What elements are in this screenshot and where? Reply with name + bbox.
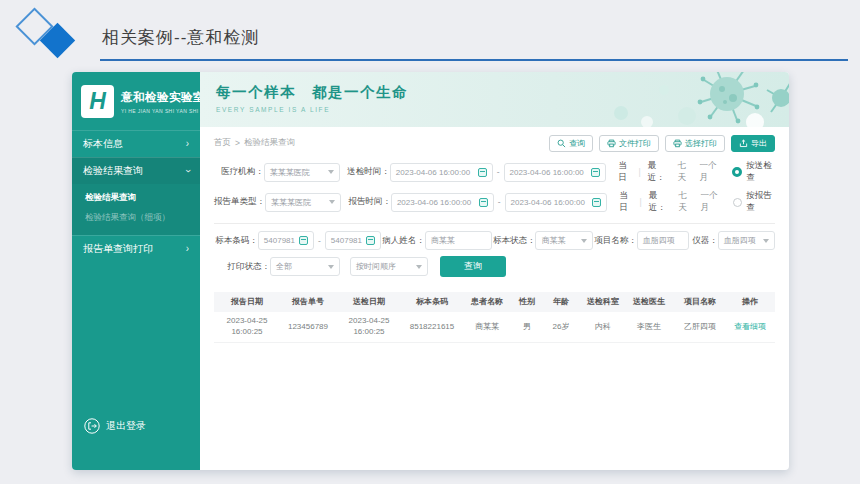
barcode-icon (299, 236, 308, 245)
barcode-to-input[interactable]: 5407981 (325, 231, 381, 250)
org-select-value: 某某某医院 (270, 167, 310, 178)
view-detail-link[interactable]: 查看细项 (728, 320, 772, 335)
report-type-select[interactable]: 某某某医院 (265, 193, 341, 212)
order-select[interactable]: 按时间顺序 (350, 257, 428, 276)
quick-seven-days-link[interactable]: 七天 (678, 190, 693, 214)
radio-by-report[interactable]: 按报告查 (733, 190, 775, 214)
chevron-down-icon (581, 239, 587, 243)
logo: H 意和检验实验室 YI HE JIAN YAN SHI YAN SHI (72, 72, 200, 130)
report-time-from-input[interactable]: 2023-04-06 16:00:00 (391, 193, 494, 212)
barcode-to-value: 5407981 (331, 236, 362, 245)
col-patient: 患者名称 (462, 295, 512, 310)
chevron-right-icon: › (186, 244, 189, 254)
logo-title: 意和检验实验室 (121, 90, 205, 105)
app-window: H 意和检验实验室 YI HE JIAN YAN SHI YAN SHI 标本信… (72, 72, 789, 470)
specimen-status-label: 标本状态： (492, 235, 536, 247)
quick-one-month-link[interactable]: 一个月 (700, 190, 723, 214)
logout-icon (84, 418, 100, 434)
radio-by-send[interactable]: 按送检查 (732, 160, 775, 184)
project-name-input[interactable]: 血脂四项 (637, 231, 690, 250)
report-time-from-value: 2023-04-06 16:00:00 (397, 198, 471, 207)
breadcrumb-home[interactable]: 首页 (214, 137, 231, 149)
select-print-button[interactable]: 选择打印 (665, 135, 725, 152)
quick-pipe: | (639, 197, 641, 207)
slide-title: 相关案例--意和检测 (102, 26, 259, 49)
report-type-value: 某某某医院 (271, 197, 311, 208)
calendar-icon (592, 198, 601, 207)
chevron-right-icon: › (186, 139, 189, 149)
export-button[interactable]: 导出 (731, 135, 775, 152)
patient-name-label: 病人姓名： (381, 235, 425, 247)
org-select[interactable]: 某某某医院 (264, 163, 340, 182)
specimen-status-select[interactable]: 商某某 (535, 231, 592, 250)
breadcrumb: 首页 > 检验结果查询 (214, 137, 295, 149)
calendar-icon (591, 168, 600, 177)
send-time-to-input[interactable]: 2023-04-06 16:00:00 (504, 163, 607, 182)
sidebar-item-label: 检验结果查询 (83, 164, 143, 178)
patient-name-value: 商某某 (431, 235, 455, 246)
file-print-button-label: 文件打印 (619, 138, 651, 149)
sidebar-item-result-query[interactable]: 检验结果查询 › (72, 157, 200, 184)
content: 首页 > 检验结果查询 查询 (200, 127, 789, 470)
range-separator: - (497, 167, 500, 177)
send-time-from-value: 2023-04-06 16:00:00 (396, 168, 470, 177)
sidebar-item-specimen-info[interactable]: 标本信息 › (72, 130, 200, 157)
report-time-to-value: 2023-04-06 16:00:00 (511, 198, 585, 207)
project-name-value: 血脂四项 (643, 235, 675, 246)
cell-dept: 内科 (580, 320, 626, 335)
col-dept: 送检科室 (580, 295, 626, 310)
printer-icon (673, 139, 682, 148)
results-table: 报告日期 报告单号 送检日期 标本条码 患者名称 性别 年龄 送检科室 送检医生… (214, 292, 775, 343)
logo-mark-icon: H (81, 85, 114, 118)
radio-by-send-label: 按送检查 (746, 160, 775, 184)
project-name-label: 项目名称： (593, 235, 637, 247)
send-time-from-input[interactable]: 2023-04-06 16:00:00 (390, 163, 493, 182)
report-time-to-input[interactable]: 2023-04-06 16:00:00 (505, 193, 608, 212)
radio-selected-icon (732, 167, 742, 177)
range-separator: - (318, 236, 321, 246)
org-label: 医疗机构： (214, 166, 264, 178)
filter-divider (214, 223, 775, 224)
quick-today-link[interactable]: 当日 (618, 160, 633, 184)
logout-button[interactable]: 退出登录 (84, 418, 146, 434)
radio-by-report-label: 按报告查 (746, 190, 775, 214)
quick-recent-label: 最近： (648, 160, 671, 184)
instrument-value: 血脂四项 (724, 235, 756, 246)
instrument-select[interactable]: 血脂四项 (718, 231, 775, 250)
file-print-button[interactable]: 文件打印 (599, 135, 659, 152)
barcode-from-input[interactable]: 5407981 (258, 231, 314, 250)
quick-recent-label: 最近： (649, 190, 672, 214)
sidebar: H 意和检验实验室 YI HE JIAN YAN SHI YAN SHI 标本信… (72, 72, 200, 470)
chevron-down-icon (763, 239, 769, 243)
patient-name-input[interactable]: 商某某 (425, 231, 492, 250)
sidebar-subitem-result-query[interactable]: 检验结果查询 (72, 188, 200, 208)
col-age: 年龄 (542, 295, 580, 310)
send-time-to-value: 2023-04-06 16:00:00 (510, 168, 584, 177)
sidebar-item-label: 标本信息 (83, 137, 123, 151)
col-send-date: 送检日期 (336, 295, 402, 310)
table-row: 2023-04-25 16:00:25 123456789 2023-04-25… (214, 312, 775, 343)
quick-today-link[interactable]: 当日 (619, 190, 634, 214)
specimen-status-value: 商某某 (541, 235, 565, 246)
search-button[interactable]: 查询 (440, 256, 506, 277)
report-time-label: 报告时间： (341, 196, 391, 208)
barcode-from-value: 5407981 (264, 236, 295, 245)
instrument-label: 仪器： (689, 235, 717, 247)
sidebar-item-report-print[interactable]: 报告单查询打印 › (72, 235, 200, 262)
logout-label: 退出登录 (106, 419, 146, 433)
quick-one-month-link[interactable]: 一个月 (700, 160, 723, 184)
sidebar-subitem-result-query-detail[interactable]: 检验结果查询（细项） (72, 208, 200, 228)
query-button[interactable]: 查询 (549, 135, 593, 152)
col-action: 操作 (728, 295, 772, 310)
cell-gender: 男 (512, 320, 542, 335)
chevron-down-icon (328, 265, 334, 269)
chevron-down-icon (329, 200, 335, 204)
slide-title-rule (100, 59, 848, 61)
table-header-row: 报告日期 报告单号 送检日期 标本条码 患者名称 性别 年龄 送检科室 送检医生… (214, 292, 775, 312)
query-button-label: 查询 (569, 138, 585, 149)
cell-age: 26岁 (542, 320, 580, 335)
quick-seven-days-link[interactable]: 七天 (677, 160, 692, 184)
print-status-select[interactable]: 全部 (270, 257, 340, 276)
barcode-label: 标本条码： (214, 235, 258, 247)
range-separator: - (498, 197, 501, 207)
